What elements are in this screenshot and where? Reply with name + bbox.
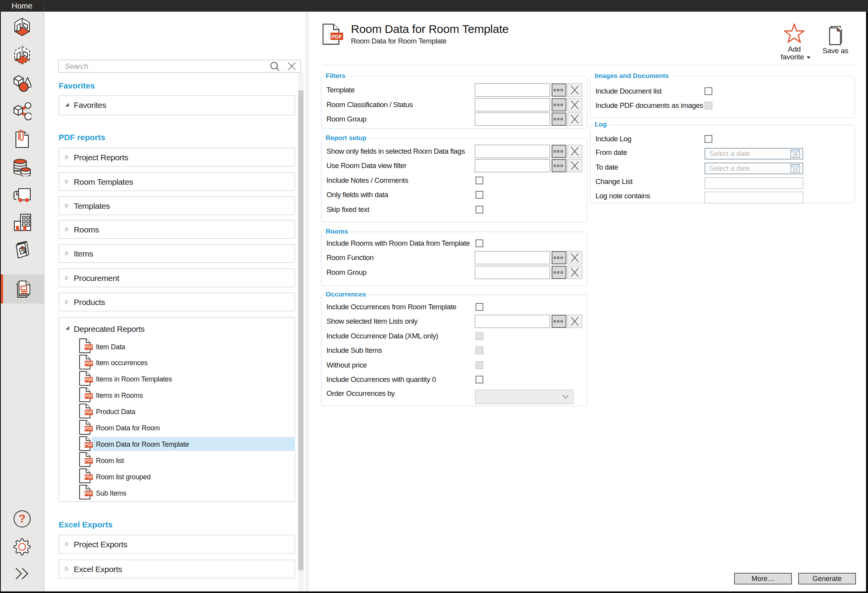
svg-text:PDF: PDF xyxy=(85,427,93,431)
svg-text:PDF: PDF xyxy=(85,394,93,398)
svg-text:?: ? xyxy=(19,512,26,525)
svg-text:PDF: PDF xyxy=(85,378,93,382)
svg-text:PDF: PDF xyxy=(85,491,93,496)
svg-text:15: 15 xyxy=(793,167,798,172)
svg-text:PDF: PDF xyxy=(85,443,93,447)
svg-text:PDF: PDF xyxy=(85,410,93,414)
svg-text:PDF: PDF xyxy=(85,475,93,479)
svg-text:PDF: PDF xyxy=(332,34,342,40)
svg-text:PDF: PDF xyxy=(85,459,93,463)
svg-text:PDF: PDF xyxy=(85,361,93,366)
svg-text:15: 15 xyxy=(793,152,798,158)
svg-text:PDF: PDF xyxy=(85,345,93,349)
